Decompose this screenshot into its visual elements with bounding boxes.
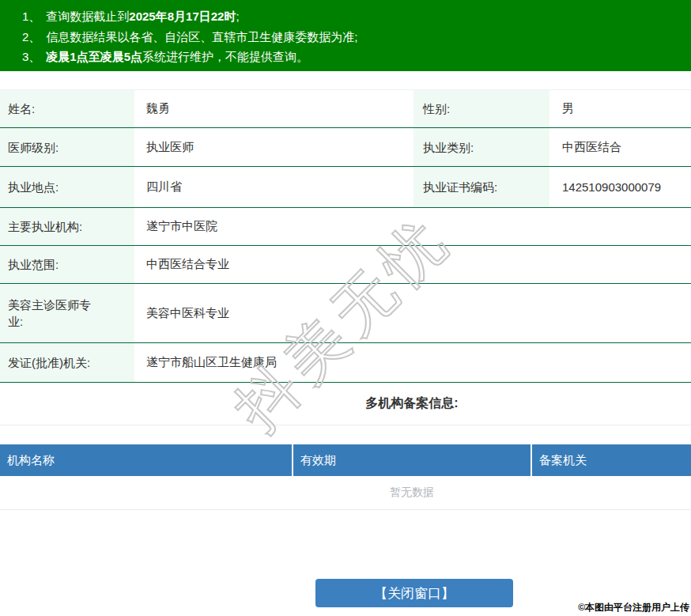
records-header-cell: 备案机关 (532, 444, 691, 476)
info-table: 姓名:魏勇性别:男医师级别:执业医师执业类别:中西医结合执业地点:四川省执业证书… (0, 89, 691, 383)
info-value: 中西医结合专业 (134, 246, 691, 283)
info-value: 男 (549, 90, 691, 127)
info-row: 主要执业机构:遂宁市中医院 (0, 208, 691, 246)
notice-text: 信息数据结果以各省、自治区、直辖市卫生健康委数据为准; (46, 30, 357, 43)
info-label: 美容主诊医师专业: (0, 284, 134, 342)
notice-line: 1、查询数据截止到2025年8月17日22时; (22, 6, 683, 27)
info-value: 执业医师 (134, 128, 413, 166)
records-table: 机构名称有效期备案机关 暂无数据 (0, 444, 691, 510)
info-label: 执业地点: (0, 167, 134, 207)
notice-text: 系统进行维护，不能提供查询。 (142, 50, 308, 63)
info-label: 性别: (413, 90, 549, 127)
notice-list: 1、查询数据截止到2025年8月17日22时;2、信息数据结果以各省、自治区、直… (22, 6, 683, 67)
info-row: 美容主诊医师专业:美容中医科专业 (0, 284, 691, 343)
notice-number: 1、 (22, 9, 40, 23)
info-value: 美容中医科专业 (134, 284, 691, 342)
notice-number: 3、 (22, 50, 40, 63)
notice-text: 2025年8月17日22时 (129, 9, 236, 23)
notice-text: ; (236, 9, 239, 23)
records-table-header: 机构名称有效期备案机关 (0, 444, 691, 476)
records-header-cell: 机构名称 (0, 444, 293, 476)
info-label: 医师级别: (0, 128, 134, 166)
close-window-button[interactable]: 【关闭窗口】 (315, 579, 513, 607)
info-row: 发证(批准)机关:遂宁市船山区卫生健康局 (0, 343, 691, 383)
info-value: 遂宁市船山区卫生健康局 (134, 343, 691, 382)
notice-line: 2、信息数据结果以各省、自治区、直辖市卫生健康委数据为准; (22, 27, 683, 47)
info-label: 姓名: (0, 90, 134, 127)
info-label: 主要执业机构: (0, 208, 134, 245)
info-value: 魏勇 (134, 90, 413, 127)
info-value: 中西医结合 (549, 128, 691, 166)
records-empty-state: 暂无数据 (0, 476, 691, 510)
notice-text: 凌晨1点至凌晨5点 (46, 50, 142, 63)
info-row: 执业范围:中西医结合专业 (0, 246, 691, 284)
info-label: 执业证书编码: (413, 167, 549, 207)
info-value: 遂宁市中医院 (134, 208, 691, 245)
notice-text: 查询数据截止到 (46, 9, 129, 23)
info-label: 发证(批准)机关: (0, 343, 134, 382)
section-title: 多机构备案信息: (0, 383, 691, 425)
uploader-note: ©本图由平台注册用户上传 (578, 601, 689, 614)
records-header-cell: 有效期 (293, 444, 532, 476)
info-label: 执业范围: (0, 246, 134, 283)
notice-line: 3、凌晨1点至凌晨5点系统进行维护，不能提供查询。 (22, 47, 683, 67)
notice-banner: 1、查询数据截止到2025年8月17日22时;2、信息数据结果以各省、自治区、直… (0, 0, 691, 71)
info-row: 执业地点:四川省执业证书编码:142510903000079 (0, 167, 691, 208)
info-row: 姓名:魏勇性别:男 (0, 90, 691, 128)
info-label: 执业类别: (413, 128, 549, 166)
notice-number: 2、 (22, 30, 40, 43)
info-value: 142510903000079 (549, 167, 691, 207)
info-row: 医师级别:执业医师执业类别:中西医结合 (0, 128, 691, 167)
info-value: 四川省 (134, 167, 413, 207)
